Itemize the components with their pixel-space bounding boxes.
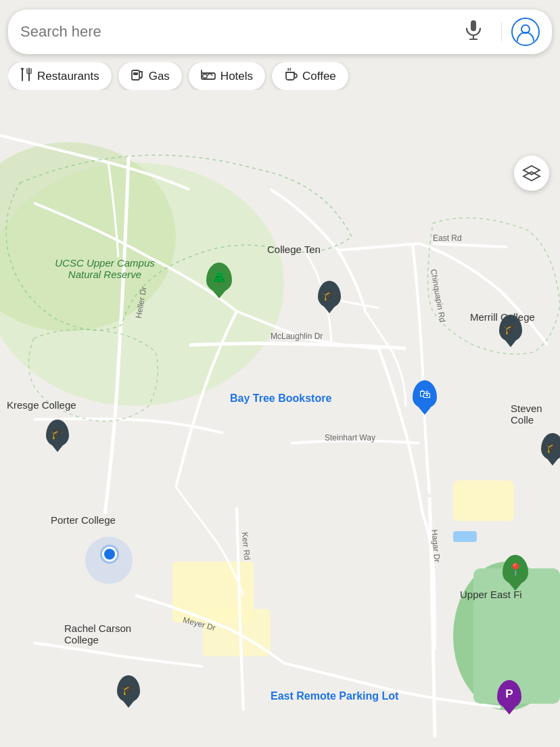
top-overlay: Restaurants Gas (0, 0, 560, 97)
pin-steven-colle[interactable]: 🎓 (541, 433, 560, 460)
restaurant-icon (20, 68, 32, 85)
svg-marker-9 (523, 172, 540, 181)
mic-icon[interactable] (465, 20, 482, 44)
svg-rect-21 (203, 74, 207, 78)
chip-coffee[interactable]: Coffee (272, 62, 348, 90)
svg-rect-7 (453, 531, 477, 542)
pin-rachel-carson[interactable]: 🎓 (117, 675, 140, 702)
svg-rect-5 (453, 480, 514, 521)
pin-college-ten[interactable]: 🎓 (318, 281, 341, 308)
category-chips: Restaurants Gas (8, 62, 552, 90)
avatar-button[interactable] (511, 18, 540, 46)
pin-kresge-college[interactable]: 🎓 (46, 420, 69, 447)
svg-rect-18 (133, 72, 138, 75)
chip-restaurants[interactable]: Restaurants (8, 62, 112, 90)
pin-merrill-college[interactable]: 🎓 (499, 315, 522, 342)
svg-rect-10 (471, 20, 476, 31)
svg-marker-8 (523, 166, 540, 175)
chip-coffee-label: Coffee (302, 70, 336, 83)
gas-icon (131, 68, 144, 85)
chip-hotels-label: Hotels (220, 70, 253, 83)
chip-restaurants-label: Restaurants (37, 70, 99, 83)
coffee-icon (284, 68, 298, 85)
search-input[interactable] (20, 23, 465, 41)
hotel-icon (201, 69, 216, 83)
svg-point-19 (139, 77, 141, 79)
layers-button[interactable] (514, 156, 549, 191)
parking-pin-p[interactable]: P (497, 680, 521, 708)
pin-parking[interactable]: P (497, 680, 521, 708)
search-bar[interactable] (8, 9, 552, 54)
pin-upper-east[interactable]: 📍 (503, 555, 528, 585)
search-divider (501, 22, 502, 41)
chip-hotels[interactable]: Hotels (189, 62, 265, 90)
map[interactable]: Heller Dr McLaughlin Dr East Rd Chinquap… (0, 0, 560, 747)
chip-gas-label: Gas (149, 70, 170, 83)
chip-gas[interactable]: Gas (118, 62, 182, 90)
pin-bay-tree[interactable]: 🛍 (413, 380, 437, 409)
location-dot (102, 547, 117, 562)
pin-ucsc-nature[interactable]: 🌲 (206, 263, 232, 292)
